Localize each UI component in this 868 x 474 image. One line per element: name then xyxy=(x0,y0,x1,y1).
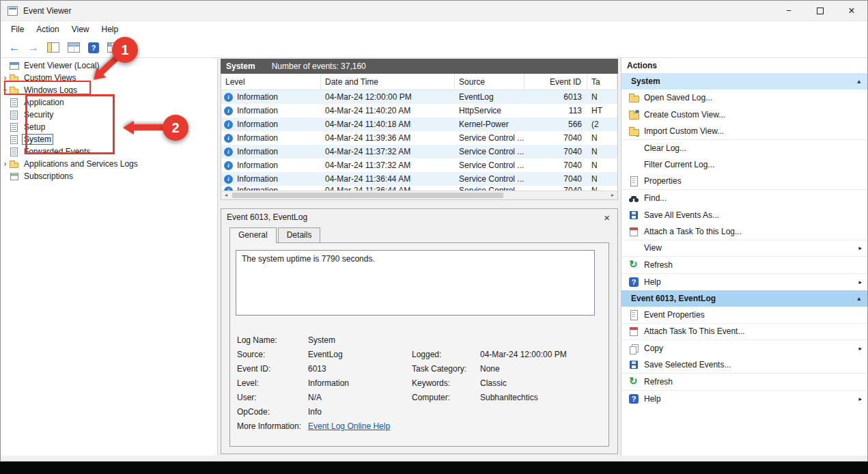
menu-item[interactable]: Help xyxy=(96,23,125,36)
information-icon: i xyxy=(224,175,233,184)
column-header-source[interactable]: Source xyxy=(455,74,524,89)
action-item[interactable]: Attach Task To This Event... ▸ xyxy=(621,324,867,341)
action-label: Save All Events As... xyxy=(644,210,858,220)
annotation-step-1-badge: 1 xyxy=(112,37,138,63)
source-value: EventLog xyxy=(308,348,412,362)
event-row[interactable]: i Information 04-Mar-24 11:36:44 AM Serv… xyxy=(221,172,617,186)
action-item[interactable]: Open Saved Log... ▸ xyxy=(621,89,867,107)
column-header-event-id[interactable]: Event ID xyxy=(524,74,587,89)
action-item[interactable]: Attach a Task To this Log... ▸ xyxy=(621,223,867,240)
action-label: View xyxy=(644,243,858,253)
event-viewer-app-icon xyxy=(8,6,18,16)
actions-section-event-header[interactable]: Event 6013, EventLog ▴ xyxy=(621,290,867,307)
action-icon xyxy=(628,343,639,354)
keywords-value: Classic xyxy=(480,376,595,391)
show-console-tree-icon[interactable] xyxy=(47,42,59,53)
action-icon xyxy=(628,176,639,186)
event-source: Service Control ... xyxy=(455,133,524,143)
detail-tab[interactable]: General xyxy=(229,227,277,243)
action-item[interactable]: Find... ▸ xyxy=(621,190,867,207)
action-label: Save Selected Events... xyxy=(644,360,858,370)
action-item[interactable]: Event Properties ▸ xyxy=(621,307,867,324)
action-label: Refresh xyxy=(644,377,858,387)
action-item[interactable]: Clear Log... ▸ xyxy=(621,140,867,157)
annotation-box-windows-logs xyxy=(4,81,91,95)
action-icon xyxy=(628,193,639,204)
close-detail-icon[interactable]: × xyxy=(602,212,612,223)
tree-item[interactable]: Subscriptions xyxy=(1,170,217,182)
detail-tabs: GeneralDetails xyxy=(229,227,617,242)
action-item[interactable]: Save Selected Events... ▸ xyxy=(621,357,867,374)
menu-item[interactable]: Action xyxy=(30,23,65,36)
actions-list-system: Open Saved Log... ▸ Create Custom View..… xyxy=(621,89,867,290)
information-icon: i xyxy=(224,93,233,102)
maximize-button[interactable] xyxy=(804,1,836,20)
more-information-label: More Information: xyxy=(237,419,308,434)
event-row[interactable]: i Information 04-Mar-24 11:36:44 AM Serv… xyxy=(221,186,617,191)
tree-item[interactable]: Applications and Services Logs xyxy=(1,158,217,170)
action-label: Filter Current Log... xyxy=(644,160,858,169)
action-item[interactable]: Create Custom View... ▸ xyxy=(621,107,867,124)
action-item[interactable]: Refresh ▸ xyxy=(621,374,867,391)
event-task-category: N xyxy=(587,92,617,102)
scroll-left-icon[interactable]: ◂ xyxy=(221,191,231,199)
opcode-label: OpCode: xyxy=(237,405,308,419)
column-header-level[interactable]: Level xyxy=(221,74,321,89)
event-id: 7040 xyxy=(524,186,587,191)
action-icon xyxy=(628,359,639,370)
event-row[interactable]: i Information 04-Mar-24 12:00:00 PM Even… xyxy=(221,90,617,104)
horizontal-scrollbar[interactable]: ◂ ▸ xyxy=(221,191,617,199)
collapse-icon[interactable]: ▴ xyxy=(857,78,860,85)
action-icon xyxy=(628,376,639,387)
event-source: EventLog xyxy=(455,92,524,102)
action-item[interactable]: View ▸ xyxy=(621,240,867,257)
event-log-online-help-link[interactable]: Event Log Online Help xyxy=(308,421,390,431)
column-header-task-category[interactable]: Ta xyxy=(587,74,617,89)
action-label: Attach a Task To this Log... xyxy=(644,227,858,236)
help-icon[interactable]: ? xyxy=(88,42,99,53)
collapse-icon[interactable]: ▴ xyxy=(857,295,860,302)
menu-item[interactable]: File xyxy=(5,23,30,36)
table-header-row: Level Date and Time Source Event ID Ta xyxy=(221,74,617,90)
scroll-right-icon[interactable]: ▸ xyxy=(608,191,617,199)
user-label: User: xyxy=(237,391,308,405)
event-id: 7040 xyxy=(524,161,587,170)
event-id: 7040 xyxy=(524,147,587,156)
log-header-bar: System Number of events: 37,160 xyxy=(221,59,618,74)
event-source: Service Control ... xyxy=(455,174,524,184)
forward-icon[interactable]: → xyxy=(28,42,39,53)
minimize-button[interactable]: − xyxy=(773,1,804,20)
action-item[interactable]: Save All Events As... ▸ xyxy=(621,207,867,224)
actions-title: Actions xyxy=(621,58,867,73)
tree-item-icon xyxy=(10,123,19,132)
action-item[interactable]: Import Custom View... ▸ xyxy=(621,123,867,140)
tree-chevron-icon[interactable] xyxy=(1,159,10,169)
action-icon xyxy=(628,126,639,137)
action-label: Event Properties xyxy=(644,310,858,320)
event-row[interactable]: i Information 04-Mar-24 11:37:32 AM Serv… xyxy=(221,145,617,158)
column-header-date[interactable]: Date and Time xyxy=(321,74,455,89)
event-task-category: N xyxy=(587,147,617,156)
action-item[interactable]: Properties ▸ xyxy=(621,173,867,191)
menu-item[interactable]: View xyxy=(66,23,96,36)
back-icon[interactable]: ← xyxy=(9,42,20,53)
event-row[interactable]: i Information 04-Mar-24 11:40:18 AM Kern… xyxy=(221,117,617,131)
action-item[interactable]: Refresh ▸ xyxy=(621,257,867,274)
detail-tab[interactable]: Details xyxy=(278,227,321,242)
action-item[interactable]: Help ▸ xyxy=(621,274,867,291)
event-row[interactable]: i Information 04-Mar-24 11:39:36 AM Serv… xyxy=(221,131,617,145)
action-icon xyxy=(628,309,639,320)
event-message: The system uptime is 7790 seconds. xyxy=(236,250,595,316)
action-item[interactable]: Filter Current Log... ▸ xyxy=(621,156,867,173)
export-list-icon[interactable] xyxy=(68,42,80,53)
close-button[interactable]: × xyxy=(836,1,867,20)
action-item[interactable]: Copy ▸ xyxy=(621,340,867,357)
event-row[interactable]: i Information 04-Mar-24 11:37:32 AM Serv… xyxy=(221,158,617,172)
actions-section-system-header[interactable]: System ▴ xyxy=(621,73,867,89)
task-category-value: None xyxy=(480,362,595,376)
event-row[interactable]: i Information 04-Mar-24 11:40:20 AM Http… xyxy=(221,104,617,117)
scrollbar-track[interactable] xyxy=(231,191,608,199)
action-label: Clear Log... xyxy=(644,143,858,153)
scrollbar-thumb[interactable] xyxy=(232,193,503,198)
action-item[interactable]: Help ▸ xyxy=(621,391,867,408)
